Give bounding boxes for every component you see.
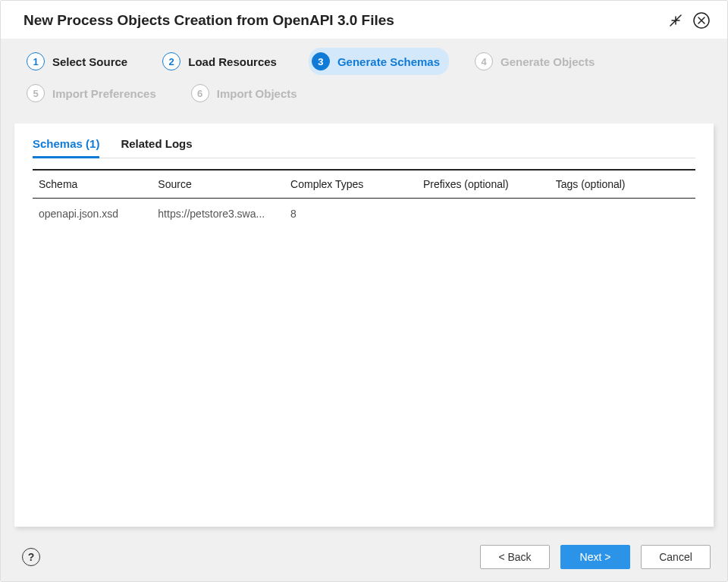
- tab-bar: Schemas (1) Related Logs: [33, 137, 695, 158]
- cell-tags: [550, 199, 695, 230]
- content-area: Schemas (1) Related Logs Schema Source C…: [1, 124, 727, 534]
- help-icon[interactable]: ?: [22, 548, 40, 566]
- close-icon[interactable]: [692, 11, 711, 30]
- step-label: Generate Objects: [500, 55, 595, 68]
- step-label: Import Preferences: [52, 87, 156, 100]
- step-label: Load Resources: [188, 55, 277, 68]
- cell-schema: openapi.json.xsd: [33, 199, 152, 230]
- schemas-table: Schema Source Complex Types Prefixes (op…: [33, 169, 695, 229]
- step-number: 1: [27, 52, 45, 70]
- dialog-header: New Process Objects Creation from OpenAP…: [1, 1, 727, 39]
- back-button[interactable]: < Back: [480, 545, 550, 569]
- col-source[interactable]: Source: [152, 170, 284, 199]
- step-label: Select Source: [52, 55, 127, 68]
- step-number: 6: [191, 84, 209, 102]
- wizard-steps: 1 Select Source 2 Load Resources 3 Gener…: [1, 39, 727, 124]
- table-header-row: Schema Source Complex Types Prefixes (op…: [33, 170, 695, 199]
- tab-schemas[interactable]: Schemas (1): [33, 137, 99, 158]
- step-number: 3: [312, 52, 330, 70]
- dialog-footer: ? < Back Next > Cancel: [1, 534, 727, 581]
- step-label: Generate Schemas: [337, 55, 440, 68]
- schemas-panel: Schemas (1) Related Logs Schema Source C…: [14, 124, 714, 527]
- step-generate-schemas[interactable]: 3 Generate Schemas: [309, 48, 449, 75]
- footer-buttons: < Back Next > Cancel: [480, 545, 711, 569]
- step-label: Import Objects: [217, 87, 297, 100]
- step-load-resources[interactable]: 2 Load Resources: [159, 48, 286, 75]
- col-complex[interactable]: Complex Types: [284, 170, 417, 199]
- dialog-title: New Process Objects Creation from OpenAP…: [24, 12, 394, 29]
- tab-related-logs[interactable]: Related Logs: [121, 137, 192, 158]
- step-number: 2: [162, 52, 180, 70]
- step-generate-objects: 4 Generate Objects: [472, 48, 604, 75]
- step-select-source[interactable]: 1 Select Source: [24, 48, 136, 75]
- col-tags[interactable]: Tags (optional): [550, 170, 695, 199]
- cancel-button[interactable]: Cancel: [641, 545, 711, 569]
- table-row[interactable]: openapi.json.xsd https://petstore3.swa..…: [33, 199, 695, 230]
- step-import-objects: 6 Import Objects: [188, 80, 306, 107]
- step-number: 5: [27, 84, 45, 102]
- cell-complex: 8: [284, 199, 417, 230]
- maximize-icon[interactable]: [667, 11, 685, 30]
- col-prefixes[interactable]: Prefixes (optional): [417, 170, 550, 199]
- cell-prefixes: [417, 199, 550, 230]
- step-number: 4: [475, 52, 493, 70]
- next-button[interactable]: Next >: [560, 545, 630, 569]
- dialog: New Process Objects Creation from OpenAP…: [0, 0, 728, 582]
- cell-source: https://petstore3.swa...: [152, 199, 284, 230]
- col-schema[interactable]: Schema: [33, 170, 152, 199]
- step-import-preferences: 5 Import Preferences: [24, 80, 165, 107]
- header-controls: [667, 11, 711, 30]
